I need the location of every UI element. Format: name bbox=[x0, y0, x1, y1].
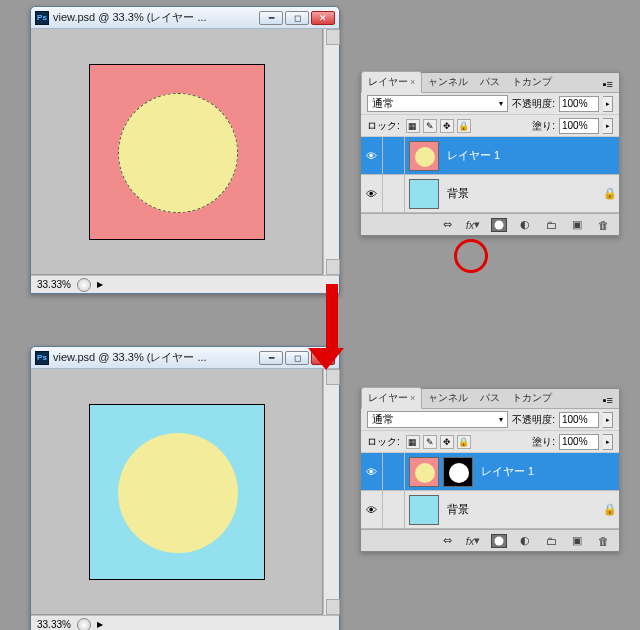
app-icon: Ps bbox=[35, 351, 49, 365]
tab-layer-comps[interactable]: トカンプ bbox=[506, 388, 558, 408]
canvas-area[interactable] bbox=[31, 29, 323, 275]
layer-thumbnail[interactable] bbox=[409, 179, 439, 209]
tab-paths[interactable]: パス bbox=[474, 388, 506, 408]
close-button[interactable]: ✕ bbox=[311, 11, 335, 25]
add-layer-mask-icon[interactable] bbox=[489, 217, 509, 233]
lock-position-icon[interactable]: ✥ bbox=[440, 119, 454, 133]
minimize-button[interactable]: ━ bbox=[259, 351, 283, 365]
vertical-scrollbar[interactable] bbox=[323, 29, 339, 275]
document-window-before: Ps view.psd @ 33.3% (レイヤー ... ━ ◻ ✕ 33.3… bbox=[30, 6, 340, 294]
lock-transparent-icon[interactable]: ▦ bbox=[406, 119, 420, 133]
lock-all-icon[interactable]: 🔒 bbox=[457, 119, 471, 133]
panel-footer: ⇔ fx▾ ◐ 🗀 ▣ 🗑 bbox=[361, 213, 619, 235]
app-icon: Ps bbox=[35, 11, 49, 25]
tab-paths[interactable]: パス bbox=[474, 72, 506, 92]
new-layer-icon[interactable]: ▣ bbox=[567, 217, 587, 233]
fill-flyout-icon[interactable]: ▸ bbox=[603, 434, 613, 450]
link-column bbox=[383, 453, 405, 490]
layer-group-icon[interactable]: 🗀 bbox=[541, 217, 561, 233]
tab-close-icon[interactable]: × bbox=[410, 77, 415, 87]
zoom-level[interactable]: 33.33% bbox=[37, 619, 71, 630]
minimize-button[interactable]: ━ bbox=[259, 11, 283, 25]
navigator-icon[interactable] bbox=[77, 278, 91, 292]
panel-menu-icon[interactable]: ▪≡ bbox=[597, 392, 619, 408]
panel-menu-icon[interactable]: ▪≡ bbox=[597, 76, 619, 92]
status-bar: 33.33% ▶ bbox=[31, 275, 339, 293]
visibility-toggle-icon[interactable] bbox=[361, 491, 383, 528]
layer-thumbnail[interactable] bbox=[409, 495, 439, 525]
canvas-area[interactable] bbox=[31, 369, 323, 615]
blend-mode-select[interactable]: 通常▾ bbox=[367, 95, 508, 112]
lock-transparent-icon[interactable]: ▦ bbox=[406, 435, 420, 449]
opacity-field[interactable]: 100% bbox=[559, 412, 599, 428]
layer-mask-thumbnail[interactable] bbox=[443, 457, 473, 487]
lock-all-icon[interactable]: 🔒 bbox=[457, 435, 471, 449]
fill-label: 塗り: bbox=[532, 435, 555, 449]
lock-label: ロック: bbox=[367, 119, 400, 133]
opacity-label: 不透明度: bbox=[512, 97, 555, 111]
panel-footer: ⇔ fx▾ ◐ 🗀 ▣ 🗑 bbox=[361, 529, 619, 551]
document-title: view.psd @ 33.3% (レイヤー ... bbox=[53, 10, 259, 25]
blend-mode-select[interactable]: 通常▾ bbox=[367, 411, 508, 428]
adjustment-layer-icon[interactable]: ◐ bbox=[515, 533, 535, 549]
opacity-field[interactable]: 100% bbox=[559, 96, 599, 112]
zoom-level[interactable]: 33.33% bbox=[37, 279, 71, 290]
status-arrow[interactable]: ▶ bbox=[97, 280, 103, 289]
delete-layer-icon[interactable]: 🗑 bbox=[593, 217, 613, 233]
artboard bbox=[89, 404, 265, 580]
visibility-toggle-icon[interactable] bbox=[361, 137, 383, 174]
lock-pixels-icon[interactable]: ✎ bbox=[423, 119, 437, 133]
fill-field[interactable]: 100% bbox=[559, 118, 599, 134]
tab-layer-comps[interactable]: トカンプ bbox=[506, 72, 558, 92]
layer-name[interactable]: レイヤー 1 bbox=[443, 148, 601, 163]
layer-thumbnail[interactable] bbox=[409, 141, 439, 171]
tab-layers[interactable]: レイヤー× bbox=[361, 71, 422, 93]
tab-channels[interactable]: ャンネル bbox=[422, 388, 474, 408]
fill-flyout-icon[interactable]: ▸ bbox=[603, 118, 613, 134]
layer-name[interactable]: レイヤー 1 bbox=[477, 464, 601, 479]
layer-style-icon[interactable]: fx▾ bbox=[463, 217, 483, 233]
layer-row[interactable]: 背景🔒 bbox=[361, 175, 619, 213]
lock-pixels-icon[interactable]: ✎ bbox=[423, 435, 437, 449]
delete-layer-icon[interactable]: 🗑 bbox=[593, 533, 613, 549]
lock-position-icon[interactable]: ✥ bbox=[440, 435, 454, 449]
link-column bbox=[383, 491, 405, 528]
selection-circle bbox=[118, 93, 238, 213]
link-layers-icon[interactable]: ⇔ bbox=[437, 217, 457, 233]
layer-row[interactable]: レイヤー 1 bbox=[361, 453, 619, 491]
add-layer-mask-icon[interactable] bbox=[489, 533, 509, 549]
fill-field[interactable]: 100% bbox=[559, 434, 599, 450]
layer-name[interactable]: 背景 bbox=[443, 502, 601, 517]
layer-style-icon[interactable]: fx▾ bbox=[463, 533, 483, 549]
layer-group-icon[interactable]: 🗀 bbox=[541, 533, 561, 549]
visibility-toggle-icon[interactable] bbox=[361, 175, 383, 212]
maximize-button[interactable]: ◻ bbox=[285, 351, 309, 365]
opacity-flyout-icon[interactable]: ▸ bbox=[603, 96, 613, 112]
status-arrow[interactable]: ▶ bbox=[97, 620, 103, 629]
link-layers-icon[interactable]: ⇔ bbox=[437, 533, 457, 549]
layer-row[interactable]: レイヤー 1 bbox=[361, 137, 619, 175]
new-layer-icon[interactable]: ▣ bbox=[567, 533, 587, 549]
tab-layers[interactable]: レイヤー× bbox=[361, 387, 422, 409]
layer-name[interactable]: 背景 bbox=[443, 186, 601, 201]
titlebar[interactable]: Ps view.psd @ 33.3% (レイヤー ... ━ ◻ ✕ bbox=[31, 7, 339, 29]
highlight-circle-icon bbox=[454, 239, 488, 273]
layer-thumbnail[interactable] bbox=[409, 457, 439, 487]
transition-arrow-icon bbox=[320, 284, 344, 370]
navigator-icon[interactable] bbox=[77, 618, 91, 631]
lock-label: ロック: bbox=[367, 435, 400, 449]
titlebar[interactable]: Ps view.psd @ 33.3% (レイヤー ... ━ ◻ ✕ bbox=[31, 347, 339, 369]
artboard bbox=[89, 64, 265, 240]
tab-channels[interactable]: ャンネル bbox=[422, 72, 474, 92]
tab-close-icon[interactable]: × bbox=[410, 393, 415, 403]
visibility-toggle-icon[interactable] bbox=[361, 453, 383, 490]
svg-point-3 bbox=[495, 536, 504, 545]
opacity-flyout-icon[interactable]: ▸ bbox=[603, 412, 613, 428]
maximize-button[interactable]: ◻ bbox=[285, 11, 309, 25]
layer-row[interactable]: 背景🔒 bbox=[361, 491, 619, 529]
panel-tabs: レイヤー× ャンネル パス トカンプ ▪≡ bbox=[361, 73, 619, 93]
svg-point-1 bbox=[495, 220, 504, 229]
vertical-scrollbar[interactable] bbox=[323, 369, 339, 615]
adjustment-layer-icon[interactable]: ◐ bbox=[515, 217, 535, 233]
document-window-after: Ps view.psd @ 33.3% (レイヤー ... ━ ◻ ✕ 33.3… bbox=[30, 346, 340, 630]
